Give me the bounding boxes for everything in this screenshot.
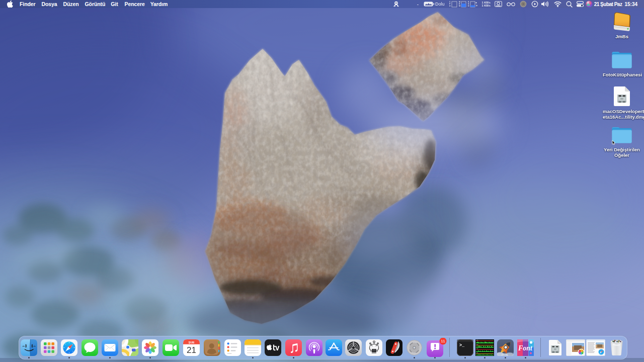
svg-text:>_: >_ bbox=[459, 343, 465, 348]
svg-text:M: M bbox=[459, 5, 460, 7]
svg-text:U: U bbox=[449, 5, 451, 7]
svg-text:ŞUB: ŞUB bbox=[188, 341, 194, 344]
svg-text:21: 21 bbox=[187, 345, 196, 355]
svg-text:D: D bbox=[468, 5, 469, 7]
svg-text:Font: Font bbox=[518, 344, 533, 352]
svg-text:11: 11 bbox=[441, 339, 445, 343]
